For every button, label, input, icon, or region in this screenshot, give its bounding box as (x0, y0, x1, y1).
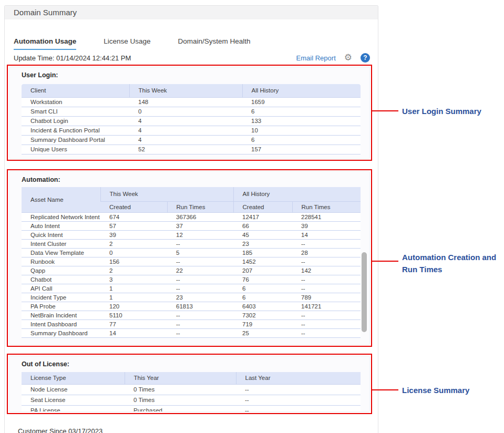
table-cell: Summary Dashboard (22, 328, 100, 337)
table-row: PA LicensePurchased-- (22, 405, 361, 412)
table-cell: 10 (242, 126, 361, 135)
table-cell: -- (167, 311, 233, 319)
table-row: Runbook156--1452-- (22, 257, 361, 266)
table-cell: 23 (233, 239, 292, 248)
table-cell: 6403 (233, 302, 292, 311)
annotation-automation-creation: Automation Creation and Run Times (402, 251, 502, 275)
table-cell: Smart CLI (22, 107, 129, 116)
table-cell: 52 (129, 145, 242, 154)
automation-table: Asset Name This Week All History Created… (22, 187, 361, 338)
column-header-created-history[interactable]: Created (233, 201, 292, 212)
table-cell: 23 (167, 293, 233, 302)
table-row: Qapp222207142 (22, 266, 361, 275)
email-report-link[interactable]: Email Report (296, 54, 336, 62)
table-row: Summary Dashboard14--25-- (22, 328, 361, 337)
table-row: Unique Users52157 (22, 145, 361, 154)
vertical-scrollbar-thumb[interactable] (362, 252, 367, 332)
help-icon[interactable]: ? (361, 53, 370, 63)
table-cell: 4 (129, 135, 242, 145)
table-cell: Data View Template (22, 248, 100, 257)
table-cell: 39 (100, 230, 167, 239)
table-cell: API Call (22, 284, 100, 293)
table-row: Incident Type1236789 (22, 293, 361, 302)
meta-row: Update Time: 01/14/2024 12:44:21 PM Emai… (14, 53, 370, 63)
table-cell: 719 (233, 319, 292, 328)
automation-connector-line (372, 261, 398, 262)
out-of-license-table: License Type This Year Last Year Node Li… (22, 372, 361, 412)
column-header-last-year[interactable]: Last Year (236, 372, 361, 384)
table-cell: -- (167, 284, 233, 293)
table-cell: 148 (129, 97, 242, 107)
column-header-runtimes-history[interactable]: Run Times (292, 201, 361, 212)
tab-license-usage[interactable]: License Usage (104, 33, 150, 50)
table-cell: -- (167, 275, 233, 284)
column-group-all-history[interactable]: All History (233, 187, 361, 201)
column-header-license-type[interactable]: License Type (22, 372, 125, 384)
table-cell: 37 (167, 221, 233, 230)
table-cell: -- (292, 319, 361, 328)
table-cell: Intent Cluster (22, 239, 100, 248)
table-cell: 66 (233, 221, 292, 230)
table-cell: -- (167, 239, 233, 248)
table-row: API Call1--6-- (22, 284, 361, 293)
table-cell: 5 (167, 248, 233, 257)
table-cell: PA Probe (22, 302, 100, 311)
user-login-section: User Login: Client This Week All History… (9, 67, 370, 159)
table-cell: 0 Times (125, 384, 236, 395)
table-cell: 1452 (233, 257, 292, 266)
license-connector-line (372, 389, 398, 390)
column-header-all-history[interactable]: All History (242, 84, 361, 97)
table-cell: 14 (100, 328, 167, 337)
table-cell: 133 (242, 116, 361, 126)
table-cell: 3 (100, 275, 167, 284)
column-header-client[interactable]: Client (22, 84, 129, 97)
gear-icon[interactable]: ⚙ (344, 53, 352, 63)
tab-automation-usage[interactable]: Automation Usage (14, 33, 76, 50)
table-cell: 0 (129, 107, 242, 116)
table-row: Data View Template0518528 (22, 248, 361, 257)
page: Domain Summary Automation Usage License … (0, 0, 504, 433)
table-cell: 39 (292, 221, 361, 230)
column-header-created-week[interactable]: Created (100, 201, 167, 212)
table-cell: Intent Dashboard (22, 319, 100, 328)
column-header-this-week[interactable]: This Week (129, 84, 242, 97)
table-row: Summary Dashboard Portal46 (22, 135, 361, 145)
table-row: Intent Cluster2--23-- (22, 239, 361, 248)
column-header-this-year[interactable]: This Year (125, 372, 236, 384)
table-cell: 6 (233, 293, 292, 302)
table-cell: 789 (292, 293, 361, 302)
table-cell: 367366 (167, 212, 233, 221)
table-row: Chatbot Login4133 (22, 116, 361, 126)
column-header-asset-name[interactable]: Asset Name (22, 187, 100, 212)
table-cell: 120 (100, 302, 167, 311)
automation-section: Automation: Asset Name This Week All His… (9, 171, 370, 345)
table-cell: 156 (100, 257, 167, 266)
annotation-license-summary: License Summary (402, 384, 469, 396)
table-cell: Quick Intent (22, 230, 100, 239)
table-cell: Seat License (22, 395, 125, 405)
user-login-callout-box: User Login: Client This Week All History… (7, 65, 372, 161)
table-cell: 12417 (233, 212, 292, 221)
table-cell: -- (292, 257, 361, 266)
table-row: Smart CLI06 (22, 107, 361, 116)
column-header-runtimes-week[interactable]: Run Times (167, 201, 233, 212)
customer-since-label: Customer Since 03/17/2023 (18, 427, 102, 433)
user-login-connector-line (372, 110, 398, 111)
table-row: Auto Intent57376639 (22, 221, 361, 230)
table-cell: 141721 (292, 302, 361, 311)
table-cell: Replicated Network Intent (22, 212, 100, 221)
table-cell: Runbook (22, 257, 100, 266)
tab-domain-system-health[interactable]: Domain/System Health (178, 33, 251, 50)
table-cell: 6 (242, 135, 361, 145)
automation-section-title: Automation: (22, 176, 360, 183)
table-cell: 22 (167, 266, 233, 275)
out-of-license-section-title: Out of License: (22, 360, 360, 368)
table-cell: 6 (242, 107, 361, 116)
column-group-this-week[interactable]: This Week (100, 187, 233, 201)
table-cell: Chatbot Login (22, 116, 129, 126)
table-cell: -- (167, 319, 233, 328)
table-row: Workstation1481659 (22, 97, 361, 107)
meta-actions: Email Report ⚙ ? (296, 53, 370, 63)
table-row: Node License0 Times-- (22, 384, 361, 395)
table-header-row: Client This Week All History (22, 84, 361, 97)
